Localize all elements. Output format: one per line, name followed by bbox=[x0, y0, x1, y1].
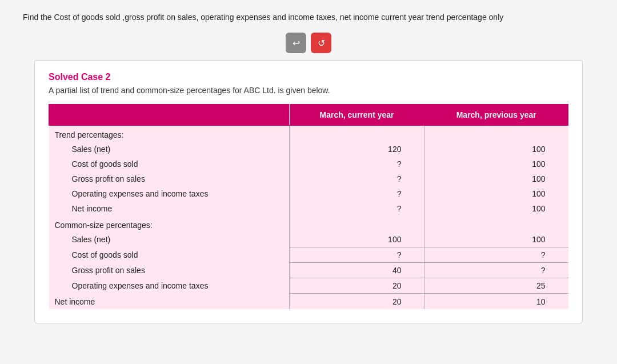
toolbar: ↩ ↺ bbox=[286, 33, 331, 53]
row-current: ? bbox=[289, 186, 424, 201]
row-label: Gross profit on sales bbox=[49, 263, 290, 278]
undo-button[interactable]: ↩ bbox=[286, 33, 306, 53]
section-header-1: Common-size percentages: bbox=[49, 216, 290, 232]
col-header-label bbox=[49, 105, 290, 126]
row-previous: 100 bbox=[424, 171, 568, 186]
instruction-text: Find the Cost of goods sold ,gross profi… bbox=[23, 11, 594, 23]
row-label: Sales (net) bbox=[49, 142, 290, 157]
case-title: Solved Case 2 bbox=[49, 72, 568, 82]
col-header-previous: March, previous year bbox=[424, 105, 568, 126]
net-income-current: 20 bbox=[289, 294, 424, 310]
row-previous: ? bbox=[424, 247, 568, 263]
row-previous: 100 bbox=[424, 142, 568, 157]
row-previous: 100 bbox=[424, 157, 568, 171]
row-current: 40 bbox=[289, 263, 424, 278]
row-label: Net income bbox=[49, 201, 290, 216]
row-current: 100 bbox=[289, 232, 424, 247]
row-label: Operating expenses and income taxes bbox=[49, 278, 290, 294]
row-current: ? bbox=[289, 201, 424, 216]
redo-button[interactable]: ↺ bbox=[311, 33, 331, 53]
row-current: ? bbox=[289, 171, 424, 186]
row-current: ? bbox=[289, 157, 424, 171]
row-current: 20 bbox=[289, 278, 424, 294]
row-previous: 25 bbox=[424, 278, 568, 294]
row-previous: 100 bbox=[424, 201, 568, 216]
row-previous: ? bbox=[424, 263, 568, 278]
net-income-previous: 10 bbox=[424, 294, 568, 310]
row-previous: 100 bbox=[424, 232, 568, 247]
row-label: Gross profit on sales bbox=[49, 171, 290, 186]
row-current: 120 bbox=[289, 142, 424, 157]
content-card: Solved Case 2 A partial list of trend an… bbox=[34, 60, 583, 323]
row-label: Cost of goods sold bbox=[49, 247, 290, 263]
row-previous: 100 bbox=[424, 186, 568, 201]
case-subtitle: A partial list of trend and common-size … bbox=[49, 86, 568, 95]
row-current: ? bbox=[289, 247, 424, 263]
net-income-label: Net income bbox=[49, 294, 290, 310]
instruction-label: Find the Cost of goods sold ,gross profi… bbox=[23, 13, 503, 22]
row-label: Sales (net) bbox=[49, 232, 290, 247]
section-header-0: Trend percentages: bbox=[49, 126, 290, 142]
row-label: Operating expenses and income taxes bbox=[49, 186, 290, 201]
col-header-current: March, current year bbox=[289, 105, 424, 126]
row-label: Cost of goods sold bbox=[49, 157, 290, 171]
data-table: March, current year March, previous year… bbox=[49, 104, 568, 309]
